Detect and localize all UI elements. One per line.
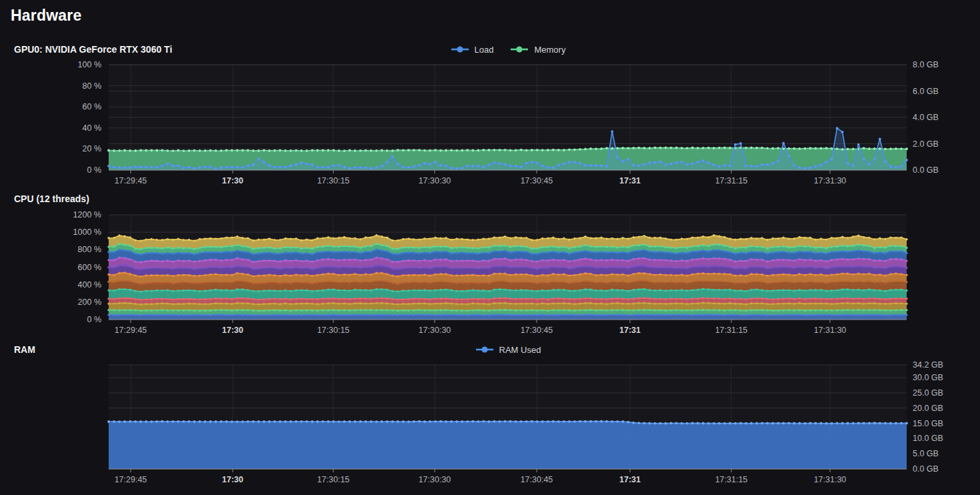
cpu-x-axis-label: 17:31	[600, 326, 660, 335]
ram-x-axis-label: 17:29:45	[101, 475, 161, 484]
gpu-x-axis-label: 17:31:15	[701, 176, 761, 185]
gpu-y-axis-label: 20 %	[0, 143, 101, 154]
legend-label: Memory	[534, 45, 565, 55]
gpu-x-axis-label: 17:30:15	[303, 176, 363, 185]
cpu-x-axis-label: 17:29:45	[101, 326, 161, 335]
cpu-x-axis-label: 17:30	[203, 326, 263, 335]
gpu-x-axis-label: 17:31:30	[800, 176, 860, 185]
cpu-y-axis-label: 1000 %	[0, 227, 101, 237]
cpu-plot[interactable]	[109, 215, 907, 324]
ram-y-axis-label-right: 5.0 GB	[913, 448, 939, 459]
ram-y-axis-label-right: 25.0 GB	[913, 388, 943, 398]
ram-x-axis-label: 17:31:15	[701, 475, 761, 484]
cpu-chart[interactable]	[109, 215, 907, 324]
ram-x-axis-label: 17:30	[203, 475, 263, 484]
gpu-x-axis-label: 17:30	[203, 176, 263, 185]
ram-legend: RAM Used	[109, 343, 907, 356]
legend-series-marker-icon	[475, 346, 495, 354]
gpu-x-axis-label: 17:29:45	[101, 176, 161, 185]
legend-item-memory[interactable]: Memory	[509, 45, 565, 55]
gpu-y-axis-label: 60 %	[0, 101, 101, 112]
ram-chart[interactable]	[109, 365, 907, 473]
page-title: Hardware	[11, 7, 81, 25]
cpu-x-axis-label: 17:30:30	[405, 326, 465, 335]
cpu-y-axis-label: 0 %	[0, 314, 101, 325]
ram-y-axis-label-right: 30.0 GB	[913, 372, 943, 383]
ram-y-axis-label-right: 10.0 GB	[913, 433, 943, 444]
ram-y-axis-label-right: 0.0 GB	[913, 464, 939, 474]
ram-y-axis-label-right: 34.2 GB	[913, 360, 943, 370]
legend-series-marker-icon	[450, 45, 470, 53]
legend-label: Load	[475, 45, 494, 55]
cpu-x-axis-label: 17:31:15	[701, 326, 761, 335]
ram-x-axis-label: 17:30:30	[405, 475, 465, 484]
ram-x-axis-label: 17:31	[600, 475, 660, 484]
ram-section-title: RAM	[14, 344, 35, 355]
cpu-x-axis-label: 17:31:30	[800, 326, 860, 335]
cpu-y-axis-label: 600 %	[0, 262, 101, 273]
ram-plot[interactable]	[109, 365, 907, 473]
gpu-legend: LoadMemory	[109, 43, 907, 56]
ram-x-axis-label: 17:30:45	[507, 475, 567, 484]
gpu-y-axis-label-right: 8.0 GB	[913, 59, 939, 70]
ram-y-axis-label-right: 20.0 GB	[913, 403, 943, 414]
legend-series-marker-icon	[509, 45, 529, 53]
gpu-x-axis-label: 17:30:45	[507, 176, 567, 185]
cpu-y-axis-label: 400 %	[0, 280, 101, 290]
legend-label: RAM Used	[499, 345, 541, 355]
gpu-y-axis-label: 80 %	[0, 81, 101, 91]
cpu-section-title: CPU (12 threads)	[14, 193, 89, 204]
ram-x-axis-label: 17:31:30	[800, 475, 860, 484]
gpu-x-axis-label: 17:31	[600, 176, 660, 185]
gpu-plot[interactable]	[109, 65, 907, 174]
cpu-y-axis-label: 1200 %	[0, 209, 101, 220]
cpu-x-axis-label: 17:30:15	[303, 326, 363, 335]
cpu-y-axis-label: 800 %	[0, 244, 101, 255]
cpu-y-axis-label: 200 %	[0, 297, 101, 308]
cpu-x-axis-label: 17:30:45	[507, 326, 567, 335]
gpu-x-axis-label: 17:30:30	[405, 176, 465, 185]
gpu-y-axis-label-right: 4.0 GB	[913, 112, 939, 123]
gpu-chart[interactable]	[109, 65, 907, 174]
ram-y-axis-label-right: 15.0 GB	[913, 418, 943, 429]
legend-item-ram-used[interactable]: RAM Used	[475, 345, 541, 355]
gpu-y-axis-label: 0 %	[0, 165, 101, 175]
ram-x-axis-label: 17:30:15	[303, 475, 363, 484]
gpu-y-axis-label-right: 0.0 GB	[913, 165, 939, 175]
legend-item-load[interactable]: Load	[450, 45, 494, 55]
gpu-y-axis-label: 100 %	[0, 59, 101, 70]
gpu-y-axis-label-right: 2.0 GB	[913, 139, 939, 149]
gpu-y-axis-label: 40 %	[0, 123, 101, 133]
gpu-y-axis-label-right: 6.0 GB	[913, 86, 939, 97]
